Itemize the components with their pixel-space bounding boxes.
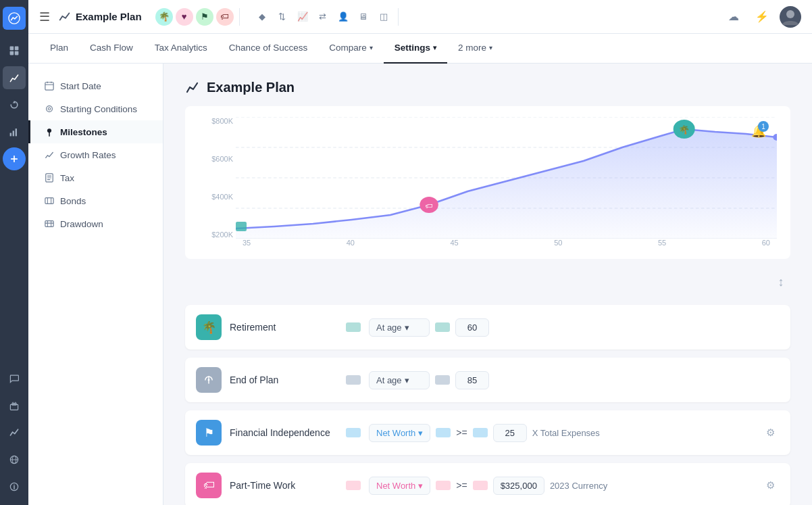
tab-settings[interactable]: Settings ▾ [384, 34, 447, 64]
more-caret: ▾ [489, 44, 492, 51]
sidebar-item-milestones[interactable]: Milestones [28, 120, 163, 143]
sidebar-nav-add[interactable] [3, 147, 26, 170]
end-of-plan-condition-dropdown[interactable]: At age ▾ [369, 371, 430, 389]
part-time-work-name: Part-Time Work [230, 480, 338, 491]
y-label-200k: $200K [199, 231, 236, 239]
tab-tax-analytics[interactable]: Tax Analytics [144, 34, 218, 64]
chart-container: $800K $600K $400K $200K [185, 106, 790, 259]
financial-independence-value[interactable]: 25 [493, 424, 527, 442]
group-icon[interactable]: 👤 [334, 8, 352, 26]
sidebar-nav-grid[interactable] [3, 39, 26, 62]
growth-rates-icon [44, 149, 55, 160]
sidebar-nav-chat[interactable] [3, 367, 26, 390]
part-time-work-icon: 🏷 [196, 473, 222, 498]
sort-button[interactable]: ↕ [771, 272, 790, 291]
part-time-work-condition-label: Net Worth [376, 481, 415, 491]
y-label-800k: $800K [199, 117, 236, 125]
end-of-plan-condition: At age ▾ 85 [369, 371, 780, 389]
sidebar-item-tax[interactable]: Tax [28, 166, 163, 189]
tab-plan[interactable]: Plan [39, 34, 79, 64]
financial-independence-value-color [436, 428, 451, 437]
monitor-icon[interactable]: 🖥 [355, 8, 372, 26]
svg-rect-1 [10, 47, 14, 51]
milestones-section: ↕ 🌴 Retirement At age ▾ 60 [185, 272, 790, 505]
part-time-work-condition-dropdown[interactable]: Net Worth ▾ [369, 477, 430, 495]
tab-more[interactable]: 2 more ▾ [447, 34, 503, 64]
retirement-condition-label: At age [376, 322, 402, 333]
part-time-work-dropdown-caret: ▾ [418, 481, 423, 491]
svg-rect-5 [10, 133, 11, 137]
financial-independence-dropdown-caret: ▾ [418, 428, 423, 438]
diamond-icon[interactable]: ◆ [253, 8, 271, 26]
cloud-icon[interactable]: ☁ [723, 6, 744, 28]
svg-text:🌴: 🌴 [678, 125, 690, 135]
sidebar-nav-plan[interactable] [3, 66, 26, 89]
sidebar-item-growth-rates[interactable]: Growth Rates [28, 143, 163, 166]
drawdown-label: Drawdown [60, 219, 103, 229]
part-time-work-value-color2 [473, 481, 488, 490]
financial-independence-operator: >= [456, 427, 467, 438]
retirement-dropdown-caret: ▾ [405, 322, 409, 333]
hamburger-menu[interactable]: ☰ [39, 9, 50, 24]
layers-icon[interactable]: ◫ [375, 8, 392, 26]
heartbeat-icon[interactable]: ♥ [176, 8, 193, 26]
drawdown-icon [44, 218, 55, 229]
svg-point-20 [47, 128, 51, 133]
flag-icon[interactable]: ⚑ [196, 8, 213, 26]
tag-icon[interactable]: 🏷 [216, 8, 234, 26]
milestone-row-part-time-work: 🏷 Part-Time Work Net Worth ▾ >= $325,000… [185, 463, 790, 505]
retirement-condition-dropdown[interactable]: At age ▾ [369, 318, 430, 337]
user-avatar[interactable] [780, 6, 801, 28]
chart-y-labels: $800K $600K $400K $200K [199, 117, 236, 239]
tab-chance-of-success[interactable]: Chance of Success [218, 34, 318, 64]
financial-independence-condition-label: Net Worth [376, 428, 415, 438]
financial-independence-gear-button[interactable]: ⚙ [761, 423, 780, 442]
bonds-label: Bonds [60, 196, 86, 206]
plan-name-topbar: Example Plan [76, 11, 142, 22]
sidebar-nav-chart2[interactable] [3, 421, 26, 444]
end-of-plan-age-value[interactable]: 85 [455, 371, 489, 389]
milestone-row-retirement: 🌴 Retirement At age ▾ 60 [185, 305, 790, 350]
sidebar-nav-globe[interactable] [3, 448, 26, 471]
milestone-row-end-of-plan: End of Plan At age ▾ 85 [185, 358, 790, 402]
svg-rect-15 [45, 82, 53, 90]
retirement-name: Retirement [230, 322, 338, 333]
chart-up-icon[interactable]: 📈 [294, 8, 311, 26]
palm-tree-icon[interactable]: 🌴 [155, 8, 173, 26]
plan-title-heading: Example Plan [185, 80, 790, 95]
sidebar-item-bonds[interactable]: Bonds [28, 189, 163, 212]
plan-icons-group1: 🌴 ♥ ⚑ 🏷 [150, 8, 240, 26]
sidebar-item-starting-conditions[interactable]: Starting Conditions [28, 97, 163, 120]
svg-rect-6 [13, 130, 14, 136]
svg-point-18 [47, 106, 53, 112]
notification-bell-container[interactable]: 🔔 1 [751, 124, 766, 139]
retirement-condition: At age ▾ 60 [369, 318, 780, 337]
main-container: ☰ Example Plan 🌴 ♥ ⚑ 🏷 ◆ ⇅ 📈 ⇄ 👤 🖥 ◫ ☁ ⚡ [28, 0, 812, 505]
sidebar-nav-info[interactable] [3, 475, 26, 498]
sidebar-item-start-date[interactable]: Start Date [28, 74, 163, 97]
end-of-plan-dropdown-caret: ▾ [405, 375, 409, 385]
sidebar-nav-analytics[interactable] [3, 120, 26, 143]
sidebar-nav-refresh[interactable] [3, 93, 26, 116]
settings-caret: ▾ [433, 44, 436, 51]
lightning-icon[interactable]: ⚡ [751, 6, 773, 28]
x-label-50: 50 [554, 239, 562, 252]
financial-independence-extra-label: X Total Expenses [532, 428, 600, 438]
svg-point-19 [48, 107, 51, 110]
y-label-400k: $400K [199, 193, 236, 201]
milestones-icon [44, 126, 55, 137]
retirement-age-value[interactable]: 60 [455, 318, 489, 337]
tab-compare[interactable]: Compare ▾ [318, 34, 384, 64]
part-time-work-value[interactable]: $325,000 [493, 477, 544, 495]
end-of-plan-value-color [435, 375, 450, 385]
brand-logo-button[interactable] [3, 7, 26, 30]
part-time-work-gear-button[interactable]: ⚙ [761, 476, 780, 495]
financial-independence-condition-dropdown[interactable]: Net Worth ▾ [369, 424, 430, 442]
x-label-55: 55 [658, 239, 666, 252]
sidebar-item-drawdown[interactable]: Drawdown [28, 212, 163, 235]
sidebar-nav-gift[interactable] [3, 394, 26, 417]
plan-logo[interactable]: Example Plan [58, 10, 142, 24]
transfer-icon[interactable]: ⇅ [274, 8, 291, 26]
tab-cash-flow[interactable]: Cash Flow [79, 34, 144, 64]
exchange-icon[interactable]: ⇄ [314, 8, 332, 26]
